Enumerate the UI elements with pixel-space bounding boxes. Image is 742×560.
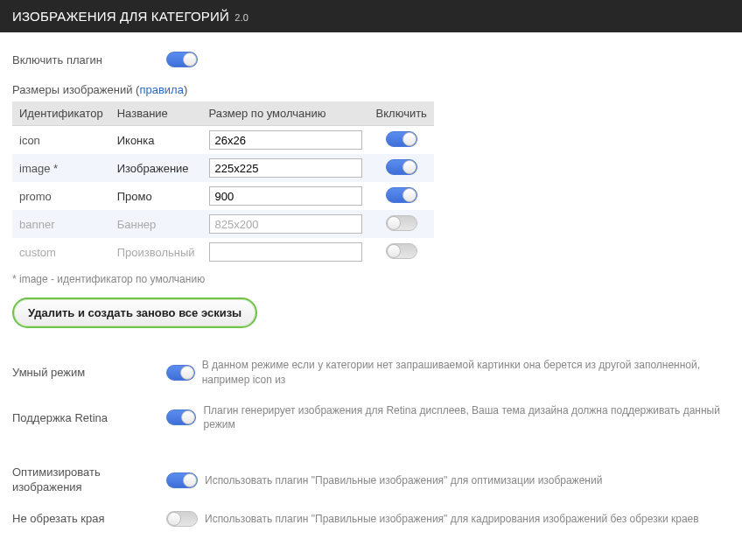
page-header: ИЗОБРАЖЕНИЯ ДЛЯ КАТЕГОРИЙ 2.0 <box>0 0 742 32</box>
table-row: image *Изображение <box>12 154 434 182</box>
size-input[interactable] <box>209 158 362 178</box>
sizes-section-title: Размеры изображений (правила) <box>12 83 730 96</box>
optimize-hint: Использовать плагин "Правильные изображе… <box>205 473 602 488</box>
row-enable-toggle[interactable] <box>386 159 417 175</box>
smart-mode-label: Умный режим <box>12 366 166 379</box>
size-input[interactable] <box>209 214 362 234</box>
nocrop-label: Не обрезать края <box>12 512 166 525</box>
row-name: Баннер <box>110 210 202 238</box>
smart-mode-toggle[interactable] <box>166 365 195 381</box>
row-name: Промо <box>110 182 202 210</box>
regenerate-button[interactable]: Удалить и создать заново все эскизы <box>12 298 257 328</box>
page-version: 2.0 <box>234 12 248 23</box>
retina-hint: Плагин генерирует изображения для Retina… <box>203 403 730 433</box>
table-row: customПроизвольный <box>12 238 434 266</box>
row-enable-toggle[interactable] <box>386 187 417 203</box>
smart-mode-hint: В данном режиме если у категории нет зап… <box>202 358 730 388</box>
row-enable-toggle[interactable] <box>386 131 417 147</box>
rules-link[interactable]: правила <box>139 83 183 96</box>
col-id: Идентификатор <box>12 102 110 126</box>
row-id: custom <box>12 238 110 266</box>
table-row: iconИконка <box>12 126 434 155</box>
col-enable: Включить <box>369 102 434 126</box>
optimize-label: Оптимизировать изображения <box>12 466 166 495</box>
enable-plugin-label: Включить плагин <box>12 53 166 66</box>
col-size: Размер по умолчанию <box>202 102 369 126</box>
row-id: icon <box>12 126 110 155</box>
row-name: Изображение <box>110 154 202 182</box>
enable-plugin-toggle[interactable] <box>166 52 198 67</box>
optimize-toggle[interactable] <box>166 472 198 488</box>
nocrop-hint: Использовать плагин "Правильные изображе… <box>205 512 699 527</box>
row-enable-toggle[interactable] <box>386 215 417 231</box>
row-id: banner <box>12 210 110 238</box>
sizes-footnote: * image - идентификатор по умолчанию <box>12 273 730 285</box>
retina-toggle[interactable] <box>166 410 196 425</box>
row-id: promo <box>12 182 110 210</box>
size-input[interactable] <box>209 242 362 262</box>
table-row: bannerБаннер <box>12 210 434 238</box>
table-row: promoПромо <box>12 182 434 210</box>
nocrop-toggle[interactable] <box>166 511 198 527</box>
col-name: Название <box>110 102 202 126</box>
row-enable-toggle[interactable] <box>386 243 417 259</box>
size-input[interactable] <box>209 186 362 206</box>
row-id: image * <box>12 154 110 182</box>
row-name: Иконка <box>110 126 202 155</box>
size-input[interactable] <box>209 130 362 150</box>
row-name: Произвольный <box>110 238 202 266</box>
sizes-table: Идентификатор Название Размер по умолчан… <box>12 102 434 266</box>
page-title: ИЗОБРАЖЕНИЯ ДЛЯ КАТЕГОРИЙ <box>12 9 229 24</box>
retina-label: Поддержка Retina <box>12 411 166 424</box>
